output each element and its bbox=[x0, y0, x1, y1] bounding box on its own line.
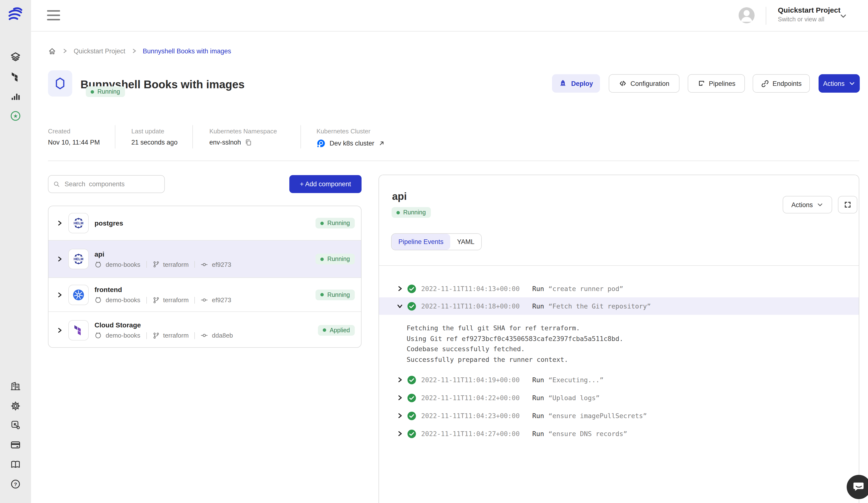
terraform-icon bbox=[10, 71, 21, 83]
chevron-right-icon[interactable] bbox=[396, 430, 403, 437]
chevron-right-icon[interactable] bbox=[56, 255, 63, 262]
component-name: frontend bbox=[94, 286, 231, 293]
chat-bubble-icon bbox=[853, 482, 865, 492]
github-icon bbox=[94, 296, 102, 304]
chevron-right-icon[interactable] bbox=[56, 220, 63, 227]
sidebar-item-billing[interactable] bbox=[10, 440, 21, 450]
avatar[interactable] bbox=[738, 7, 755, 23]
event-timestamp: 2022-11-11T11:04:22+00:00 bbox=[421, 394, 519, 402]
menu-toggle-button[interactable] bbox=[47, 10, 60, 20]
component-actions-button[interactable]: Actions bbox=[783, 196, 832, 213]
event-label: “ensure imagePullSecrets” bbox=[548, 412, 647, 420]
last-update-label: Last update bbox=[131, 128, 164, 135]
breadcrumb: Quickstart Project Bunnyshell Books with… bbox=[48, 46, 231, 56]
svg-text:★: ★ bbox=[13, 113, 18, 119]
chevron-right-icon[interactable] bbox=[56, 291, 63, 298]
sidebar-item-environments[interactable] bbox=[10, 51, 21, 62]
pipelines-button[interactable]: Pipelines bbox=[688, 74, 745, 93]
pipeline-icon bbox=[697, 80, 705, 87]
copy-icon[interactable] bbox=[245, 139, 252, 146]
search-input[interactable] bbox=[64, 180, 159, 188]
component-row-api[interactable]: HELM api demo-books bbox=[49, 241, 361, 278]
project-switcher-name[interactable]: Quickstart Project bbox=[778, 6, 840, 14]
topbar: Quickstart Project Switch or view all bbox=[31, 0, 868, 31]
status-badge: Running bbox=[316, 218, 355, 229]
tab-pipeline-events[interactable]: Pipeline Events bbox=[392, 234, 450, 250]
project-switcher-subtitle: Switch or view all bbox=[778, 16, 824, 23]
status-dot bbox=[91, 90, 94, 93]
log-line: Using Git ref ef9273bcf0c43506583cafe239… bbox=[407, 333, 623, 344]
sidebar-item-export[interactable] bbox=[10, 420, 21, 430]
git-commit-icon bbox=[201, 296, 208, 304]
book-icon bbox=[10, 459, 21, 470]
check-circle-icon bbox=[407, 301, 416, 311]
sidebar-item-settings[interactable] bbox=[10, 401, 21, 411]
chevron-right-icon[interactable] bbox=[396, 285, 403, 292]
event-label: “Upload logs” bbox=[548, 394, 600, 402]
pipeline-event-row[interactable]: 2022-11-11T11:04:27+00:00 Run “ensure DN… bbox=[379, 425, 859, 442]
chevron-right-icon[interactable] bbox=[396, 394, 403, 401]
namespace-value: env-sslnoh bbox=[209, 139, 252, 146]
check-circle-icon bbox=[407, 411, 416, 420]
breadcrumb-project[interactable]: Quickstart Project bbox=[74, 47, 125, 54]
check-circle-icon bbox=[407, 375, 416, 384]
component-meta: demo-books terraform dda8eb bbox=[94, 332, 233, 339]
fullscreen-button[interactable] bbox=[838, 196, 857, 213]
event-label: “create runner pod” bbox=[548, 285, 623, 292]
hexagon-icon bbox=[54, 77, 66, 90]
log-line: Successfully prepared the runner context… bbox=[407, 354, 623, 365]
kubernetes-icon bbox=[68, 284, 89, 305]
git-branch-icon bbox=[153, 296, 159, 303]
component-row-postgres[interactable]: HELM postgres Running bbox=[49, 206, 361, 241]
sidebar-item-organization[interactable] bbox=[10, 381, 21, 391]
chevron-right-icon[interactable] bbox=[396, 376, 403, 383]
chevron-down-icon[interactable] bbox=[396, 303, 403, 310]
bunnyshell-logo-icon[interactable] bbox=[7, 6, 24, 23]
pipeline-event-row[interactable]: 2022-11-11T11:04:23+00:00 Run “ensure im… bbox=[379, 407, 859, 424]
sidebar-item-metrics[interactable] bbox=[10, 91, 21, 102]
github-icon bbox=[94, 261, 102, 268]
event-action: Run bbox=[532, 430, 544, 437]
configuration-button[interactable]: Configuration bbox=[609, 74, 680, 93]
sidebar-item-featured[interactable]: ★ bbox=[10, 111, 21, 121]
pipeline-event-row-expanded[interactable]: 2022-11-11T11:04:18+00:00 Run “Fetch the… bbox=[379, 297, 859, 315]
endpoints-button[interactable]: Endpoints bbox=[753, 74, 810, 93]
sidebar-item-terraform[interactable] bbox=[10, 71, 21, 82]
pipeline-event-row[interactable]: 2022-11-11T11:04:13+00:00 Run “create ru… bbox=[379, 280, 859, 297]
chevron-down-icon bbox=[817, 201, 824, 208]
event-label: “Fetch the Git repository” bbox=[548, 302, 651, 310]
external-link-icon[interactable] bbox=[378, 140, 385, 147]
credit-card-icon bbox=[10, 440, 21, 450]
component-row-frontend[interactable]: frontend demo-books terraform bbox=[49, 278, 361, 312]
breadcrumb-current[interactable]: Bunnyshell Books with images bbox=[143, 47, 231, 54]
sidebar-item-docs[interactable] bbox=[10, 459, 21, 470]
event-action: Run bbox=[532, 285, 544, 292]
component-row-cloud-storage[interactable]: Cloud Storage demo-books terraform bbox=[49, 312, 361, 348]
check-circle-icon bbox=[407, 284, 416, 293]
svg-text:HELM: HELM bbox=[74, 257, 84, 261]
layers-icon bbox=[10, 51, 21, 62]
component-list: HELM postgres Running bbox=[48, 206, 362, 348]
chevron-right-icon[interactable] bbox=[396, 412, 403, 419]
component-name: postgres bbox=[94, 219, 123, 227]
git-commit-icon bbox=[201, 261, 208, 268]
add-component-button[interactable]: + Add component bbox=[289, 175, 362, 193]
detail-tabs: Pipeline Events YAML bbox=[391, 233, 482, 250]
pipeline-event-row[interactable]: 2022-11-11T11:04:19+00:00 Run “Executing… bbox=[379, 371, 859, 389]
helm-icon: HELM bbox=[68, 213, 89, 233]
status-badge: Applied bbox=[318, 325, 355, 335]
chevron-right-icon[interactable] bbox=[56, 327, 63, 333]
detail-divider bbox=[379, 265, 859, 266]
chevron-down-icon[interactable] bbox=[839, 12, 847, 20]
environment-actions-button[interactable]: Actions bbox=[818, 74, 860, 93]
status-badge: Running bbox=[316, 289, 355, 300]
tab-yaml[interactable]: YAML bbox=[450, 234, 481, 250]
chevron-right-icon bbox=[131, 48, 137, 54]
deploy-button[interactable]: Deploy bbox=[552, 74, 600, 93]
pipeline-event-row[interactable]: 2022-11-11T11:04:22+00:00 Run “Upload lo… bbox=[379, 389, 859, 406]
export-icon bbox=[10, 420, 21, 430]
home-icon[interactable] bbox=[48, 47, 56, 55]
event-action: Run bbox=[532, 394, 544, 402]
component-name: Cloud Storage bbox=[94, 321, 233, 329]
sidebar-item-help[interactable]: ? bbox=[10, 479, 21, 490]
